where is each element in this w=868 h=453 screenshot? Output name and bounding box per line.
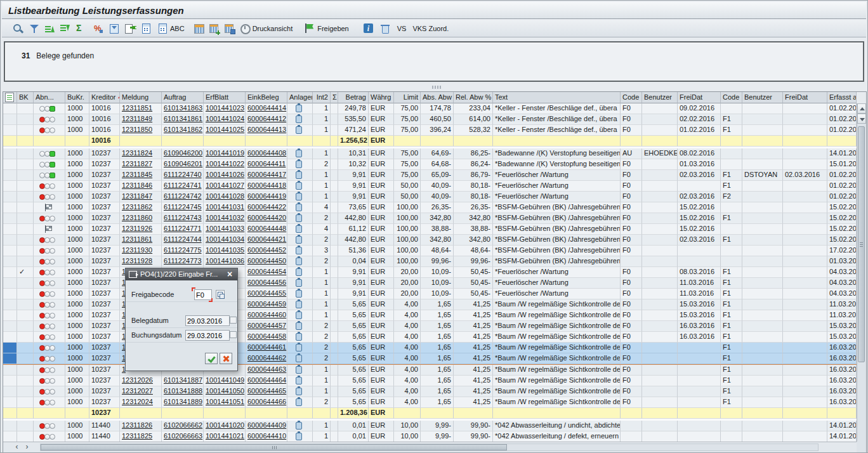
table-row[interactable]: 1000102371231186161112247441001441034600… — [3, 235, 857, 246]
scroll-down-icon[interactable] — [857, 114, 866, 124]
row-select-cell[interactable] — [3, 170, 17, 181]
table-row[interactable]: 1000114401231182561020666631001441021600… — [3, 431, 857, 442]
anlagen-cell[interactable] — [287, 181, 313, 192]
row-select-cell[interactable] — [3, 289, 17, 299]
einkbeleg-link[interactable]: 6000644419 — [246, 192, 287, 202]
auftrag-link[interactable]: 6102066663 — [162, 431, 204, 442]
anlagen-cell[interactable] — [287, 343, 313, 353]
table-row[interactable]: 1000102371231192861112247731001441036600… — [3, 256, 857, 267]
sort-ascending-icon[interactable] — [44, 23, 55, 34]
table-row[interactable]: 1000102371231184561112247401001441026600… — [3, 170, 857, 181]
row-select-cell[interactable] — [3, 431, 17, 442]
row-select-cell[interactable] — [3, 192, 17, 202]
change-layout-icon[interactable] — [209, 23, 220, 34]
row-select-cell[interactable] — [3, 321, 17, 332]
column-header[interactable] — [3, 92, 17, 103]
auftrag-link[interactable]: 6101341863 — [162, 103, 204, 114]
auftrag-link[interactable]: 6101341889 — [162, 397, 204, 408]
anlagen-cell[interactable] — [287, 376, 313, 386]
meldung-link[interactable]: 12311847 — [120, 192, 162, 202]
belegdatum-input[interactable] — [185, 315, 230, 326]
column-header[interactable]: Int2 — [313, 92, 331, 103]
column-header[interactable]: Abn... — [34, 92, 65, 103]
horizontal-scrollbar[interactable] — [3, 442, 857, 452]
auftrag-link[interactable]: 6111224771 — [162, 224, 204, 235]
einkbeleg-link[interactable]: 6000644411 — [246, 159, 287, 170]
meldung-link[interactable]: 12311846 — [120, 181, 162, 192]
anlagen-cell[interactable] — [287, 332, 313, 343]
einkbeleg-link[interactable]: 6000644466 — [246, 397, 287, 408]
einkbeleg-link[interactable]: 6000644420 — [246, 213, 287, 224]
row-select-cell[interactable] — [3, 181, 17, 192]
find-icon[interactable] — [12, 23, 23, 34]
anlagen-cell[interactable] — [287, 192, 313, 202]
auftrag-link[interactable]: 6101341888 — [162, 386, 204, 397]
table-row[interactable]: 1000102371231186061112247431001441032600… — [3, 213, 857, 224]
column-header[interactable]: ErfBlatt — [204, 92, 246, 103]
row-select-cell[interactable] — [3, 224, 17, 235]
table-row[interactable]: 1000100161231184961013418611001441024600… — [3, 114, 857, 125]
anlagen-cell[interactable] — [287, 289, 313, 299]
anlagen-cell[interactable] — [287, 246, 313, 256]
belegdatum-checkbox[interactable] — [230, 317, 237, 324]
sort-descending-icon[interactable] — [59, 23, 70, 34]
meldung-link[interactable]: 12311826 — [120, 421, 162, 431]
erfblatt-link[interactable]: 1001441036 — [204, 256, 246, 267]
anlagen-cell[interactable] — [287, 299, 313, 310]
cancel-x-button[interactable] — [220, 353, 232, 364]
meldung-link[interactable]: 12311845 — [120, 170, 162, 181]
anlagen-cell[interactable] — [287, 170, 313, 181]
auftrag-link[interactable]: 6102066662 — [162, 421, 204, 431]
erfblatt-link[interactable]: 1001441022 — [204, 159, 246, 170]
save-layout-icon[interactable] — [224, 23, 235, 34]
anlagen-cell[interactable] — [287, 267, 313, 278]
anlagen-cell[interactable] — [287, 103, 313, 114]
einkbeleg-link[interactable]: 6000644459 — [246, 299, 287, 310]
erfblatt-link[interactable]: 1001441028 — [204, 192, 246, 202]
anlagen-cell[interactable] — [287, 310, 313, 321]
anlagen-cell[interactable] — [287, 353, 313, 364]
column-header[interactable]: FreiDat — [678, 92, 721, 103]
anlagen-cell[interactable] — [287, 202, 313, 213]
column-header[interactable]: Text — [493, 92, 621, 103]
column-header[interactable]: Abs. Abw — [421, 92, 454, 103]
column-header[interactable]: Meldung — [120, 92, 162, 103]
trash-icon[interactable] — [379, 23, 391, 34]
column-header[interactable]: Code — [621, 92, 642, 103]
druckansicht-button[interactable]: Druckansicht — [253, 25, 293, 32]
einkbeleg-link[interactable]: 6000644448 — [246, 224, 287, 235]
row-select-cell[interactable] — [3, 103, 17, 114]
anlagen-cell[interactable] — [287, 159, 313, 170]
scroll-up-icon[interactable] — [857, 103, 866, 114]
filter-criteria-icon[interactable] — [109, 23, 120, 34]
anlagen-cell[interactable] — [287, 278, 313, 289]
meldung-link[interactable]: 12311825 — [120, 431, 162, 442]
row-select-cell[interactable] — [3, 235, 17, 246]
erfblatt-link[interactable]: 1001441024 — [204, 114, 246, 125]
einkbeleg-link[interactable]: 6000644452 — [246, 246, 287, 256]
vertical-scroll-thumb[interactable] — [858, 126, 865, 362]
einkbeleg-link[interactable]: 6000644422 — [246, 202, 287, 213]
erfblatt-link[interactable]: 1001441033 — [204, 224, 246, 235]
row-select-cell[interactable] — [3, 278, 17, 289]
row-select-cell[interactable] — [3, 343, 17, 353]
table-row[interactable]: 1000100161231185061013418621001441025600… — [3, 125, 857, 136]
column-header[interactable]: Code — [721, 92, 742, 103]
auftrag-link[interactable]: 6101341887 — [162, 376, 204, 386]
select-all-icon[interactable] — [5, 93, 14, 102]
table-row[interactable]: 1000102371231202761013418881001441050600… — [3, 386, 857, 397]
meldung-link[interactable]: 12311928 — [120, 256, 162, 267]
row-select-cell[interactable] — [3, 365, 17, 376]
freigabecode-input[interactable] — [194, 289, 212, 300]
einkbeleg-link[interactable]: 6000644417 — [246, 170, 287, 181]
auftrag-link[interactable]: 6111224743 — [162, 213, 204, 224]
einkbeleg-link[interactable]: 6000644421 — [246, 235, 287, 246]
scroll-left-icon[interactable] — [12, 443, 22, 452]
einkbeleg-link[interactable]: 6000644450 — [246, 256, 287, 267]
einkbeleg-link[interactable]: 6000644460 — [246, 310, 287, 321]
anlagen-cell[interactable] — [287, 114, 313, 125]
dialog-titlebar[interactable]: PO4(1)/220 Eingabe Fr... — [126, 268, 237, 280]
table-row[interactable]: 1000102371231182461090462001001441019600… — [3, 148, 857, 159]
meldung-link[interactable]: 12311851 — [120, 103, 162, 114]
column-header[interactable]: Erfasst a — [827, 92, 857, 103]
